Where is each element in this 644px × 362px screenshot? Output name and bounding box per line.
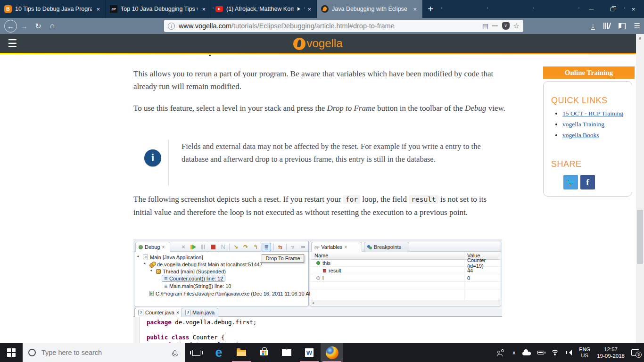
resume-icon[interactable]: [190, 243, 197, 251]
step-misc-icon[interactable]: N: [219, 243, 227, 251]
url-text[interactable]: www.vogella.com/tutorials/EclipseDebuggi…: [179, 22, 479, 30]
view-minimize-icon[interactable]: [299, 243, 306, 251]
action-center-icon[interactable]: 5: [631, 349, 639, 356]
pocket-icon[interactable]: ∨: [502, 22, 510, 30]
tree-caret-icon[interactable]: ▸: [143, 261, 149, 267]
browser-tab-youtube[interactable]: ▶ (1) Afrojack, Matthew Koma ×: [211, 0, 317, 18]
twitter-icon[interactable]: 🐦: [563, 175, 578, 189]
editor-tab-close-icon[interactable]: ×: [176, 310, 179, 315]
tab-close-icon[interactable]: ×: [95, 6, 101, 13]
tree-row-selected-frame[interactable]: ≡ Counter.count() line: 12: [162, 275, 225, 282]
window-restore-button[interactable]: [602, 0, 623, 18]
site-info-icon[interactable]: i: [168, 23, 175, 30]
debug-toolbar: × N ↘ ↷ ↰ ≣ ⇆ ▽: [180, 243, 316, 251]
reload-button[interactable]: ↻: [31, 22, 45, 31]
sidebar-toggle-icon[interactable]: [619, 23, 626, 29]
browser-tab-dzone[interactable]: JP Top 10 Java Debugging Tips wi ×: [106, 0, 211, 18]
tree-row-main[interactable]: ▸ J Main [Java Application]: [137, 254, 203, 261]
people-icon[interactable]: [497, 349, 505, 356]
breakpoints-tab[interactable]: Breakpoints: [364, 242, 409, 252]
tree-row-thread[interactable]: ▸ Thread [main] (Suspended): [150, 268, 226, 275]
view-close-icon[interactable]: ×: [344, 245, 347, 250]
browser-menu-icon[interactable]: ☰: [634, 22, 640, 30]
task-view-button[interactable]: [185, 343, 207, 362]
eclipse-screenshot: Debug × × N ↘ ↷ ↰ ≣ ⇆ ▽: [133, 239, 502, 343]
page-scrollbar[interactable]: ∧: [636, 34, 644, 343]
tray-chevron-icon[interactable]: ∧: [512, 350, 516, 356]
disconnect-icon[interactable]: ×: [180, 243, 187, 251]
volume-icon[interactable]: [566, 350, 572, 355]
tab-close-icon[interactable]: ×: [412, 6, 418, 13]
link-vogella-books[interactable]: vogella Books: [562, 132, 599, 139]
facebook-icon[interactable]: f: [580, 175, 595, 189]
tab-audio-icon[interactable]: [297, 7, 302, 11]
taskbar-search[interactable]: [23, 343, 185, 362]
taskbar-edge[interactable]: e: [207, 343, 230, 362]
link-vogella-training[interactable]: vogella Training: [562, 121, 604, 128]
code-editor[interactable]: package de.vogella.debug.first; public c…: [133, 317, 502, 343]
tree-caret-icon[interactable]: ▸: [149, 268, 155, 274]
microphone-icon[interactable]: [173, 350, 176, 355]
variable-row-this[interactable]: this Counter (id=19): [311, 260, 500, 267]
library-icon[interactable]: [603, 23, 610, 29]
taskbar-word[interactable]: W: [298, 343, 321, 362]
tree-caret-icon[interactable]: ▸: [136, 254, 142, 260]
battery-icon[interactable]: [537, 351, 544, 354]
taskbar-firefox-active[interactable]: [321, 343, 343, 362]
variables-tab[interactable]: (x)= Variables ×: [311, 242, 362, 252]
editor-tab-counter[interactable]: J Counter.java ×: [134, 308, 183, 317]
step-over-icon[interactable]: ↷: [242, 243, 249, 251]
view-close-icon[interactable]: ×: [162, 245, 165, 250]
tree-row-frame-2[interactable]: ≡ Main.main(String[]) line: 10: [164, 282, 231, 289]
page-actions-icon[interactable]: •••: [492, 24, 498, 28]
editor-tab-main[interactable]: J Main.java: [182, 308, 218, 317]
scrollbar-up-icon[interactable]: ∧: [636, 36, 644, 41]
tab-close-icon[interactable]: ×: [306, 6, 312, 13]
column-name[interactable]: Name: [314, 253, 328, 258]
window-close-button[interactable]: ×: [623, 0, 644, 18]
drop-to-frame-icon[interactable]: ≣: [262, 243, 271, 251]
forward-button[interactable]: →: [17, 22, 31, 30]
taskbar-store[interactable]: [253, 343, 275, 362]
browser-tab-blogger[interactable]: B 10 Tips to Debug Java Program ×: [0, 0, 106, 18]
reader-mode-icon[interactable]: ▤: [482, 22, 488, 30]
variable-row-i[interactable]: i 0: [311, 275, 500, 282]
step-filters-icon[interactable]: ⇆: [276, 243, 284, 251]
taskbar-clock[interactable]: 12:57 19-09-2018: [597, 346, 625, 359]
back-button[interactable]: ←: [4, 20, 17, 33]
language-indicator[interactable]: ENG US: [579, 346, 590, 359]
step-return-icon[interactable]: ↰: [252, 243, 259, 251]
bookmark-star-icon[interactable]: ☆: [513, 22, 520, 30]
taskbar-file-explorer[interactable]: [230, 343, 253, 362]
scrollbar-thumb[interactable]: [637, 210, 643, 264]
browser-tab-vogella-active[interactable]: Java Debugging with Eclipse ×: [317, 0, 422, 18]
search-input[interactable]: [41, 349, 168, 356]
variables-icon: (x)=: [314, 246, 319, 249]
home-button[interactable]: ⌂: [45, 21, 59, 31]
tab-close-icon[interactable]: ×: [201, 6, 206, 13]
pause-icon[interactable]: [199, 243, 207, 251]
tree-row-debug-target[interactable]: ▸ de.vogella.debug.first.Main at localho…: [144, 261, 263, 268]
window-minimize-button[interactable]: [580, 0, 602, 18]
url-bar[interactable]: i www.vogella.com/tutorials/EclipseDebug…: [164, 20, 523, 32]
language-code: ENG: [579, 346, 590, 353]
onedrive-icon[interactable]: [522, 352, 531, 355]
tree-row-process[interactable]: C:\Program Files\Java\jre7\bin\javaw.exe…: [149, 290, 315, 297]
downloads-icon[interactable]: ↓: [591, 22, 595, 30]
view-menu-icon[interactable]: ▽: [289, 243, 297, 251]
selected-stack-frame[interactable]: ≡ Counter.count() line: 12: [162, 275, 225, 282]
site-logo[interactable]: vogella: [0, 37, 636, 50]
link-rcp-training[interactable]: 15 OCT - RCP Training: [562, 110, 623, 117]
start-button[interactable]: [0, 343, 23, 362]
debug-view-tab[interactable]: Debug ×: [135, 242, 170, 252]
variable-row-result[interactable]: result 44: [311, 267, 500, 274]
step-into-icon[interactable]: ↘: [232, 243, 239, 251]
online-training-banner[interactable]: Online Training: [543, 66, 635, 79]
jp-icon: JP: [110, 5, 117, 13]
variables-horizontal-scrollbar[interactable]: ◂: [311, 300, 500, 305]
terminate-icon[interactable]: [209, 243, 217, 251]
scroll-left-icon[interactable]: ◂: [312, 301, 314, 305]
wifi-icon[interactable]: [551, 350, 559, 356]
new-tab-button[interactable]: +: [422, 0, 438, 18]
taskbar-mail[interactable]: [275, 343, 298, 362]
